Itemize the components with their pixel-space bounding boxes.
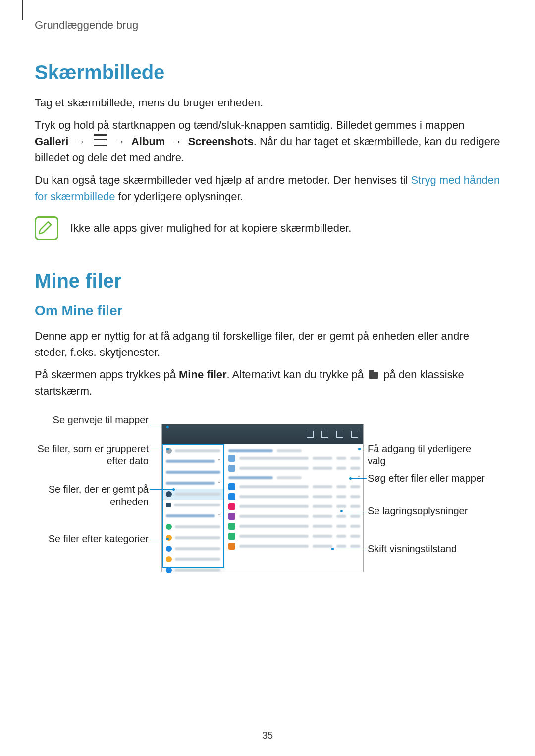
callout-shortcuts: Se genveje til mapper <box>35 414 149 426</box>
sidebar-panel: ˅ ˄ ˄ <box>162 444 224 568</box>
breadcrumb-screenshots: Screenshots <box>188 135 254 148</box>
subsection-title: Om Mine filer <box>35 303 500 319</box>
annotated-screenshot-diagram: ˅ ˄ ˄ ˄ <box>35 414 500 582</box>
breadcrumb-album: Album <box>131 135 165 148</box>
callout-search: Søg efter filer eller mapper <box>368 472 486 485</box>
paragraph: Du kan også tage skærmbilleder ved hjælp… <box>35 172 500 204</box>
paragraph: På skærmen apps trykkes på Mine filer. A… <box>35 366 500 399</box>
page-number: 35 <box>0 730 535 741</box>
callout-date-grouped: Se filer, som er grupperet efter dato <box>35 443 149 467</box>
device-screenshot: ˅ ˄ ˄ ˄ <box>161 424 364 572</box>
paragraph: Tryk og hold på startknappen og tænd/slu… <box>35 117 500 166</box>
text: På skærmen apps trykkes på <box>35 368 179 381</box>
note-text: Ikke alle apps giver mulighed for at kop… <box>70 222 351 235</box>
grid-icon <box>307 431 314 438</box>
page-header: Grundlæggende brug <box>35 0 500 32</box>
app-name-myfiles: Mine filer <box>179 368 227 381</box>
text: for yderligere oplysninger. <box>115 190 243 202</box>
callout-view-mode: Skift visningstilstand <box>368 543 486 555</box>
note-icon <box>35 216 58 240</box>
margin-decoration <box>22 0 23 20</box>
menu-icon <box>94 134 107 146</box>
section-title-myfiles: Mine filer <box>35 270 500 292</box>
app-topbar <box>162 424 363 444</box>
storage-icon <box>321 431 328 438</box>
file-list: ˄ <box>225 444 363 572</box>
callout-device-files: Se filer, der er gemt på enheden <box>35 483 149 508</box>
arrow-icon: → <box>171 135 182 148</box>
callout-categories: Se filer efter kategorier <box>35 533 149 545</box>
paragraph: Tag et skærmbillede, mens du bruger enhe… <box>35 95 500 111</box>
breadcrumb-galleri: Galleri <box>35 135 68 148</box>
section-title-screenshot: Skærmbillede <box>35 61 500 84</box>
text: Tryk og hold på startknappen og tænd/slu… <box>35 119 464 131</box>
paragraph: Denne app er nyttig for at få adgang til… <box>35 328 500 360</box>
arrow-icon: → <box>114 135 125 148</box>
more-icon <box>351 431 358 438</box>
text: Du kan også tage skærmbilleder ved hjælp… <box>35 174 411 186</box>
arrow-icon: → <box>75 135 86 148</box>
callout-more-options: Få adgang til yderligere valg <box>368 443 486 467</box>
text: . Alternativt kan du trykke på <box>227 368 367 381</box>
folder-icon <box>369 372 378 379</box>
note-block: Ikke alle apps giver mulighed for at kop… <box>35 216 500 240</box>
search-icon <box>336 431 343 438</box>
callout-storage: Se lagringsoplysninger <box>368 505 486 517</box>
